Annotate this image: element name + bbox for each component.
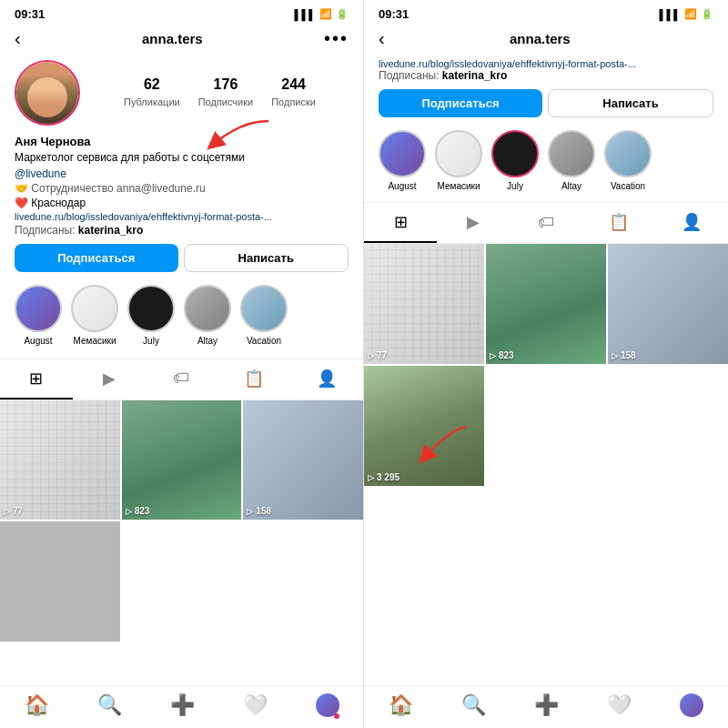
tab-reels-right[interactable]: ▶	[437, 203, 510, 243]
view-count-3-left: 158	[256, 506, 271, 516]
view-count-4-right: 3 295	[377, 472, 399, 482]
grid-item-2-right[interactable]: ▷ 823	[486, 244, 606, 364]
play-icon-2-right: ▷	[490, 351, 496, 360]
scroll-content-right: livedune.ru/blog/issledovaniya/ehffektiv…	[364, 56, 728, 531]
highlight-label-vacation-left: Vacation	[247, 336, 281, 346]
highlight-august-left[interactable]: August	[15, 285, 62, 346]
tab-tagged-right[interactable]: 🏷	[510, 203, 582, 243]
grid-overlay-2-left: ▷ 823	[126, 506, 150, 516]
heart-icon-left[interactable]: 🤍	[243, 693, 268, 717]
subscribe-button-left[interactable]: Подписаться	[15, 244, 178, 272]
reels-icon-left: ▶	[103, 369, 116, 389]
grid-item-2-left[interactable]: ▷ 823	[122, 400, 242, 521]
profile-city-left: ❤️ Краснодар	[15, 197, 349, 209]
bottom-nav-left: 🏠 🔍 ➕ 🤍	[0, 685, 363, 728]
profile-link-left[interactable]: @livedune	[15, 167, 349, 180]
search-icon-right[interactable]: 🔍	[461, 693, 486, 717]
grid-overlay-1-right: ▷ 77	[368, 350, 387, 360]
scroll-content-left: 62 Публикации 176 Подписчики 244 Подписк…	[0, 56, 363, 687]
btn-row-left: Подписаться Написать	[15, 244, 349, 272]
subscribe-button-right[interactable]: Подписаться	[379, 89, 542, 117]
tab-grid-left[interactable]: ⊞	[0, 359, 73, 399]
highlight-circle-vacation-right	[604, 130, 652, 177]
status-bar-left: 09:31 ▌▌▌ 📶 🔋	[0, 0, 363, 25]
profile-icon-right[interactable]	[680, 693, 703, 717]
play-icon-3-left: ▷	[247, 507, 253, 516]
avatar-left[interactable]	[15, 60, 80, 126]
top-nav-right: ‹ anna.ters	[364, 25, 728, 56]
nav-avatar-right	[680, 693, 703, 717]
heart-icon-right[interactable]: 🤍	[607, 693, 632, 717]
message-button-right[interactable]: Написать	[548, 89, 713, 117]
highlights-row-left: August Мемасики July Altay Vacati	[15, 279, 349, 351]
tab-tagged-left[interactable]: 🏷	[146, 359, 218, 399]
add-icon-right[interactable]: ➕	[534, 693, 559, 717]
tab-grid-right[interactable]: ⊞	[364, 203, 437, 243]
grid-item-3-right[interactable]: ▷ 158	[608, 244, 728, 364]
stat-followers[interactable]: 176 Подписчики	[198, 76, 254, 109]
highlight-memes-right[interactable]: Мемасики	[435, 130, 482, 191]
grid-overlay-4-right: ▷ 3 295	[368, 472, 399, 482]
followed-name-left[interactable]: katerina_kro	[78, 224, 143, 237]
message-button-left[interactable]: Написать	[184, 244, 349, 272]
bottom-nav-right: 🏠 🔍 ➕ 🤍	[364, 685, 728, 728]
stat-posts: 62 Публикации	[124, 76, 180, 109]
highlight-circle-altay-left	[184, 285, 231, 332]
grid-item-3-left[interactable]: ▷ 158	[243, 400, 363, 521]
status-bar-right: 09:31 ▌▌▌ 📶 🔋	[364, 0, 728, 25]
status-time-left: 09:31	[15, 7, 45, 21]
highlight-july-right[interactable]: July	[491, 130, 539, 191]
profile-name-left: Аня Чернова	[15, 135, 349, 148]
grid-overlay-1-left: ▷ 77	[4, 506, 23, 516]
highlight-circle-july-right	[491, 130, 539, 177]
highlight-altay-left[interactable]: Altay	[184, 285, 231, 346]
highlight-altay-right[interactable]: Altay	[548, 130, 595, 191]
play-icon-4-right: ▷	[368, 473, 374, 482]
highlight-circle-altay-right	[548, 130, 595, 177]
status-time-right: 09:31	[379, 7, 409, 21]
profile-followed-right: Подписаны: katerina_kro	[379, 69, 713, 82]
following-count: 244	[271, 76, 316, 93]
highlight-vacation-right[interactable]: Vacation	[604, 130, 652, 191]
grid-item-4-left[interactable]	[0, 521, 120, 642]
home-icon-left[interactable]: 🏠	[25, 693, 49, 717]
nav-dot-left	[334, 713, 339, 719]
tab-reels-left[interactable]: ▶	[73, 359, 146, 399]
back-button-right[interactable]: ‹	[379, 28, 385, 49]
highlight-circle-august-right	[379, 130, 426, 177]
grid-item-1-right[interactable]: ▷ 77	[364, 244, 484, 364]
highlight-circle-memes-right	[435, 130, 482, 177]
highlight-vacation-left[interactable]: Vacation	[240, 285, 288, 346]
posts-count: 62	[124, 76, 180, 93]
highlight-july-left[interactable]: July	[127, 285, 175, 346]
bio-url-right[interactable]: livedune.ru/blog/issledovaniya/ehffektiv…	[379, 58, 713, 69]
profile-icon-left[interactable]	[316, 693, 339, 717]
status-icons-left: ▌▌▌ 📶 🔋	[295, 8, 349, 20]
more-button-left[interactable]: •••	[324, 28, 349, 49]
profile-section-left: 62 Публикации 176 Подписчики 244 Подписк…	[0, 56, 363, 359]
add-icon-left[interactable]: ➕	[170, 693, 195, 717]
tab-guide-left[interactable]: 📋	[217, 359, 290, 399]
highlight-august-right[interactable]: August	[379, 130, 426, 191]
home-icon-right[interactable]: 🏠	[389, 693, 413, 717]
highlight-memes-left[interactable]: Мемасики	[71, 285, 118, 346]
username-left: anna.ters	[142, 31, 203, 46]
back-button-left[interactable]: ‹	[15, 28, 21, 49]
search-icon-left[interactable]: 🔍	[97, 693, 122, 717]
posts-label: Публикации	[124, 96, 180, 107]
view-count-3-right: 158	[621, 350, 636, 360]
tab-people-right[interactable]: 👤	[655, 203, 728, 243]
tab-people-left[interactable]: 👤	[290, 359, 363, 399]
stat-following[interactable]: 244 Подписки	[271, 76, 316, 109]
tab-guide-right[interactable]: 📋	[582, 203, 655, 243]
grid-item-4-right[interactable]: ▷ 3 295	[364, 366, 484, 486]
btn-row-right: Подписаться Написать	[379, 89, 713, 117]
followed-name-right[interactable]: katerina_kro	[442, 69, 507, 82]
highlight-label-july-right: July	[507, 181, 523, 191]
highlight-label-memes-left: Мемасики	[74, 336, 116, 346]
top-nav-left: ‹ anna.ters •••	[0, 25, 363, 56]
grid-item-1-left[interactable]: ▷ 77	[0, 400, 120, 521]
stats-row-left: 62 Публикации 176 Подписчики 244 Подписк…	[91, 76, 349, 109]
profile-url-left[interactable]: livedune.ru/blog/issledovaniya/ehffektiv…	[15, 211, 349, 222]
signal-icon: ▌▌▌	[295, 9, 316, 20]
